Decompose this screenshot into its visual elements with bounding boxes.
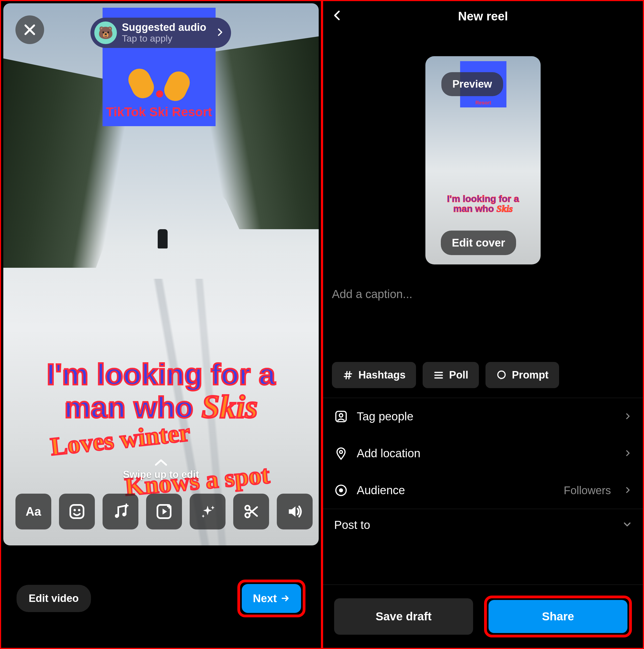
audio-avatar: 🐻 (94, 21, 117, 44)
arrow-right-icon (281, 594, 290, 603)
cover-thumbnail[interactable]: Resort Preview I'm looking for a man who… (426, 56, 540, 264)
add-location-row[interactable]: Add location (323, 435, 643, 472)
close-icon (22, 22, 37, 37)
person-icon (334, 409, 348, 423)
location-icon (334, 446, 348, 460)
chevron-right-icon (623, 484, 632, 497)
sparkle-icon (199, 503, 216, 520)
music-tool[interactable] (103, 494, 138, 529)
sticker-icon (68, 503, 86, 520)
music-icon (112, 503, 129, 520)
svg-point-10 (339, 414, 343, 417)
svg-point-1 (74, 509, 76, 511)
editor-bottom-bar: Edit video Next (1, 549, 321, 648)
svg-point-13 (339, 488, 343, 492)
audience-row[interactable]: Audience Followers (323, 472, 643, 509)
volume-tool[interactable] (277, 494, 313, 529)
text-tool[interactable]: Aa (15, 494, 51, 529)
effects-tool[interactable] (190, 494, 226, 529)
back-button[interactable] (329, 7, 346, 24)
audio-subtitle: Tap to apply (122, 33, 210, 44)
sticker-graphic (127, 54, 191, 101)
audio-title: Suggested audio (122, 22, 210, 33)
chevron-left-icon (331, 9, 344, 21)
edit-cover-button[interactable]: Edit cover (441, 230, 516, 255)
svg-point-2 (78, 509, 81, 511)
caption-input[interactable]: Add a caption... (332, 288, 634, 301)
scene-skier (158, 229, 168, 249)
svg-point-4 (122, 513, 126, 517)
trim-tool[interactable] (233, 494, 269, 529)
chevron-right-icon (215, 26, 225, 40)
hashtags-chip[interactable]: Hashtags (332, 362, 416, 388)
svg-point-3 (115, 514, 119, 518)
swipe-up-hint[interactable]: Swipe up to edit (3, 455, 319, 480)
preview-pill[interactable]: Preview (441, 72, 503, 96)
save-draft-button[interactable]: Save draft (334, 598, 473, 635)
next-button-highlight: Next (237, 579, 306, 617)
chevron-right-icon (623, 410, 632, 423)
svg-point-11 (339, 451, 343, 453)
poll-chip[interactable]: Poll (422, 362, 479, 388)
thumb-overlay-text: I'm looking for a man who Skis (426, 194, 540, 214)
share-button-highlight: Share (484, 596, 632, 638)
settings-list: Tag people Add location Audience Followe… (323, 398, 643, 555)
close-button[interactable] (15, 15, 44, 44)
chevron-right-icon (623, 447, 632, 460)
editor-panel: TikTok Ski Resort 🐻 Suggested audio Tap … (0, 0, 322, 649)
page-title: New reel (458, 9, 508, 23)
publish-panel: New reel Resort Preview I'm looking for … (322, 0, 644, 649)
header: New reel (323, 1, 643, 31)
post-to-row[interactable]: Post to (323, 509, 643, 555)
next-button[interactable]: Next (242, 584, 301, 613)
tool-row: Aa (15, 494, 313, 529)
svg-rect-0 (70, 505, 84, 518)
tag-people-row[interactable]: Tag people (323, 398, 643, 435)
scissors-icon (242, 503, 260, 520)
clip-tool[interactable] (146, 494, 182, 529)
chevron-up-icon (3, 455, 319, 469)
publish-bottom-bar: Save draft Share (323, 585, 643, 648)
chevron-down-icon (622, 518, 632, 532)
sticker-title: TikTok Ski Resort (106, 105, 212, 119)
video-preview[interactable]: TikTok Ski Resort 🐻 Suggested audio Tap … (3, 3, 319, 546)
chip-row: Hashtags Poll Prompt (332, 362, 559, 388)
overlay-main-text[interactable]: I'm looking for a man who Skis (3, 359, 319, 424)
svg-point-8 (497, 371, 505, 379)
prompt-icon (496, 370, 507, 381)
prompt-chip[interactable]: Prompt (485, 362, 559, 388)
suggested-audio-pill[interactable]: 🐻 Suggested audio Tap to apply (90, 17, 231, 48)
volume-icon (286, 503, 304, 520)
poll-icon (433, 370, 444, 381)
share-button[interactable]: Share (488, 600, 628, 633)
hashtag-icon (343, 370, 354, 381)
audience-icon (334, 483, 348, 497)
sticker-tool[interactable] (59, 494, 95, 529)
edit-video-button[interactable]: Edit video (16, 585, 91, 612)
audience-value: Followers (564, 484, 611, 497)
clip-icon (155, 503, 173, 520)
